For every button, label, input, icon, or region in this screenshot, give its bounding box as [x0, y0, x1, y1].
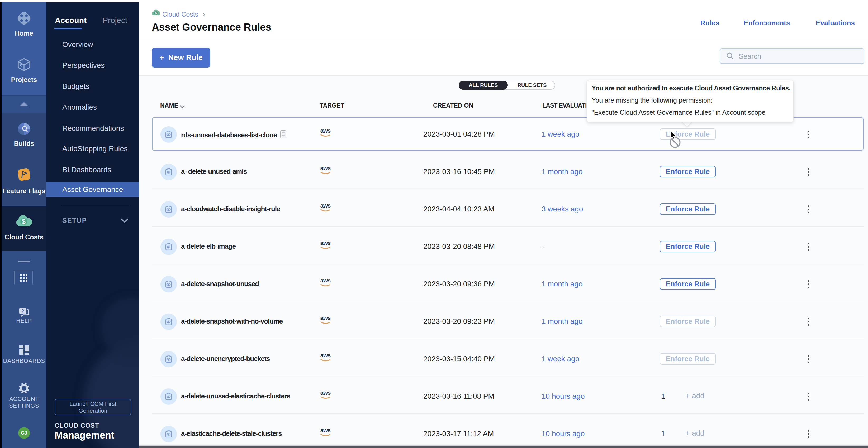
svg-text:$: $: [155, 11, 157, 15]
svg-text:?: ?: [21, 309, 24, 313]
svg-text:$: $: [22, 218, 26, 225]
